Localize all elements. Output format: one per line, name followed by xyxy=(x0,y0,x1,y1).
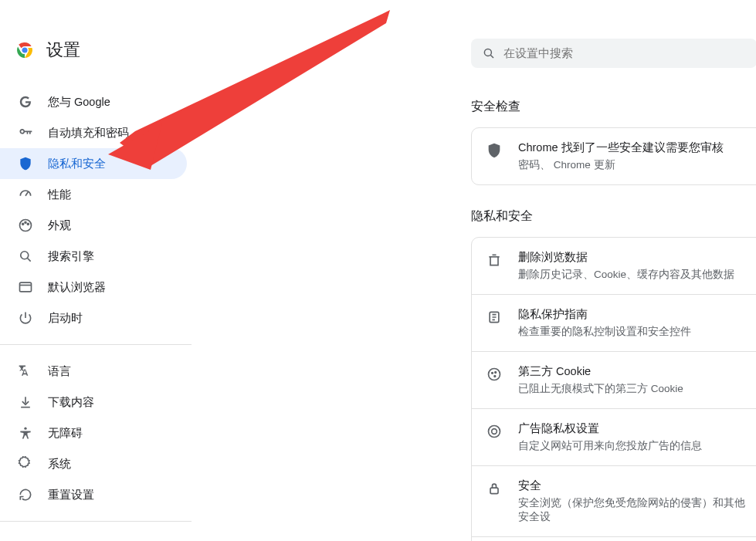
search-icon xyxy=(482,46,496,60)
row-title: 安全 xyxy=(518,478,750,493)
privacy-row-guide[interactable]: 隐私保护指南 检查重要的隐私控制设置和安全控件 xyxy=(472,294,756,351)
speedometer-icon xyxy=(17,186,34,203)
sidebar-item-performance[interactable]: 性能 xyxy=(0,179,187,210)
sidebar-item-label: 性能 xyxy=(48,188,71,202)
sidebar-item-privacy-security[interactable]: 隐私和安全 xyxy=(0,148,187,179)
nav-group-secondary: 语言 下载内容 无障碍 系统 重置设置 xyxy=(0,353,193,513)
download-icon xyxy=(17,394,34,411)
privacy-row-site-settings[interactable]: 网站设置 控制网站可以使用和显示的信息（位置信息、摄像头、 xyxy=(472,536,756,541)
key-icon xyxy=(17,124,34,141)
safety-check-row[interactable]: Chrome 找到了一些安全建议需要您审核 密码、 Chrome 更新 xyxy=(472,128,756,184)
svg-point-17 xyxy=(495,372,497,374)
sidebar-item-label: 外观 xyxy=(48,218,71,233)
sidebar-item-label: 启动时 xyxy=(48,311,83,326)
svg-point-15 xyxy=(489,369,500,380)
brand: 设置 xyxy=(0,39,193,83)
browser-icon xyxy=(17,279,34,296)
section-title-privacy: 隐私和安全 xyxy=(471,208,756,225)
sidebar-item-languages[interactable]: 语言 xyxy=(0,356,187,387)
row-title: 广告隐私权设置 xyxy=(518,421,750,436)
privacy-row-cookies[interactable]: 第三方 Cookie 已阻止无痕模式下的第三方 Cookie xyxy=(472,351,756,408)
svg-point-7 xyxy=(21,252,29,259)
svg-point-18 xyxy=(494,376,496,377)
sidebar-item-label: 系统 xyxy=(48,457,71,472)
google-g-icon xyxy=(17,93,34,110)
svg-point-19 xyxy=(489,426,500,438)
row-subtitle: 已阻止无痕模式下的第三方 Cookie xyxy=(518,382,750,396)
search-input[interactable] xyxy=(503,47,746,59)
svg-point-16 xyxy=(492,373,493,374)
guide-icon xyxy=(486,309,503,326)
sidebar-item-system[interactable]: 系统 xyxy=(0,448,187,479)
system-icon xyxy=(17,455,34,472)
lock-icon xyxy=(486,480,503,497)
privacy-card: 删除浏览数据 删除历史记录、Cookie、缓存内容及其他数据 隐私保护指南 检查… xyxy=(471,237,756,541)
shield-icon xyxy=(17,155,34,172)
section-title-safety-check: 安全检查 xyxy=(471,99,756,115)
row-subtitle: 自定义网站可用来向您投放广告的信息 xyxy=(518,439,750,453)
row-title: 隐私保护指南 xyxy=(518,307,750,322)
safety-check-card: Chrome 找到了一些安全建议需要您审核 密码、 Chrome 更新 xyxy=(471,127,756,185)
svg-rect-21 xyxy=(490,488,498,494)
settings-sidebar: 设置 您与 Google 自动填充和密码 隐私和安全 性能 外观 xyxy=(0,0,193,541)
sidebar-item-extensions[interactable]: 扩展程序 xyxy=(0,529,193,541)
ads-icon xyxy=(486,423,503,440)
sidebar-item-search-engine[interactable]: 搜索引擎 xyxy=(0,241,187,272)
trash-icon xyxy=(486,252,503,269)
svg-point-20 xyxy=(492,429,497,434)
translate-icon xyxy=(17,363,34,380)
sidebar-item-accessibility[interactable]: 无障碍 xyxy=(0,418,187,448)
nav-group-main: 您与 Google 自动填充和密码 隐私和安全 性能 外观 搜索引擎 xyxy=(0,83,193,336)
shield-icon xyxy=(486,142,503,159)
sidebar-item-label: 您与 Google xyxy=(48,95,110,110)
sidebar-item-reset[interactable]: 重置设置 xyxy=(0,479,187,510)
svg-line-8 xyxy=(28,259,31,262)
sidebar-item-label: 语言 xyxy=(48,364,71,379)
reset-icon xyxy=(17,486,34,503)
row-subtitle: 检查重要的隐私控制设置和安全控件 xyxy=(518,325,750,339)
search-icon xyxy=(17,248,34,265)
row-title: 删除浏览数据 xyxy=(518,250,750,265)
page-title: 设置 xyxy=(46,39,80,62)
sidebar-item-label: 下载内容 xyxy=(48,395,94,410)
settings-main: 安全检查 Chrome 找到了一些安全建议需要您审核 密码、 Chrome 更新… xyxy=(193,0,756,541)
svg-point-12 xyxy=(484,49,491,56)
sidebar-item-autofill[interactable]: 自动填充和密码 xyxy=(0,117,187,148)
svg-point-6 xyxy=(27,223,29,225)
sidebar-item-label: 默认浏览器 xyxy=(48,280,106,295)
accessibility-icon xyxy=(17,424,34,441)
svg-point-5 xyxy=(25,221,26,223)
sidebar-item-label: 自动填充和密码 xyxy=(48,126,129,140)
sidebar-divider xyxy=(0,344,192,345)
row-subtitle: 删除历史记录、Cookie、缓存内容及其他数据 xyxy=(518,268,750,282)
sidebar-item-on-startup[interactable]: 启动时 xyxy=(0,303,187,333)
sidebar-item-label: 搜索引擎 xyxy=(48,249,94,264)
svg-rect-9 xyxy=(20,282,32,292)
svg-line-13 xyxy=(490,55,493,58)
palette-icon xyxy=(17,217,34,234)
sidebar-item-label: 无障碍 xyxy=(48,426,83,441)
power-icon xyxy=(17,309,34,326)
sidebar-item-downloads[interactable]: 下载内容 xyxy=(0,387,187,418)
sidebar-item-default-browser[interactable]: 默认浏览器 xyxy=(0,272,187,303)
sidebar-item-appearance[interactable]: 外观 xyxy=(0,210,187,241)
privacy-row-security[interactable]: 安全 安全浏览（保护您免受危险网站的侵害）和其他安全设 xyxy=(472,465,756,536)
row-subtitle: 安全浏览（保护您免受危险网站的侵害）和其他安全设 xyxy=(518,496,750,524)
sidebar-divider xyxy=(0,521,192,522)
svg-point-4 xyxy=(22,223,24,225)
privacy-row-ads[interactable]: 广告隐私权设置 自定义网站可用来向您投放广告的信息 xyxy=(472,408,756,465)
row-subtitle: 密码、 Chrome 更新 xyxy=(518,158,750,172)
svg-point-11 xyxy=(24,428,26,430)
sidebar-item-you-and-google[interactable]: 您与 Google xyxy=(0,86,187,117)
row-title: Chrome 找到了一些安全建议需要您审核 xyxy=(518,140,750,155)
settings-search[interactable] xyxy=(471,39,756,68)
row-title: 第三方 Cookie xyxy=(518,364,750,379)
sidebar-item-label: 重置设置 xyxy=(48,488,94,502)
cookie-icon xyxy=(486,366,503,383)
sidebar-item-label: 隐私和安全 xyxy=(48,157,106,171)
chrome-logo-icon xyxy=(15,41,34,59)
privacy-row-clear-data[interactable]: 删除浏览数据 删除历史记录、Cookie、缓存内容及其他数据 xyxy=(472,238,756,294)
